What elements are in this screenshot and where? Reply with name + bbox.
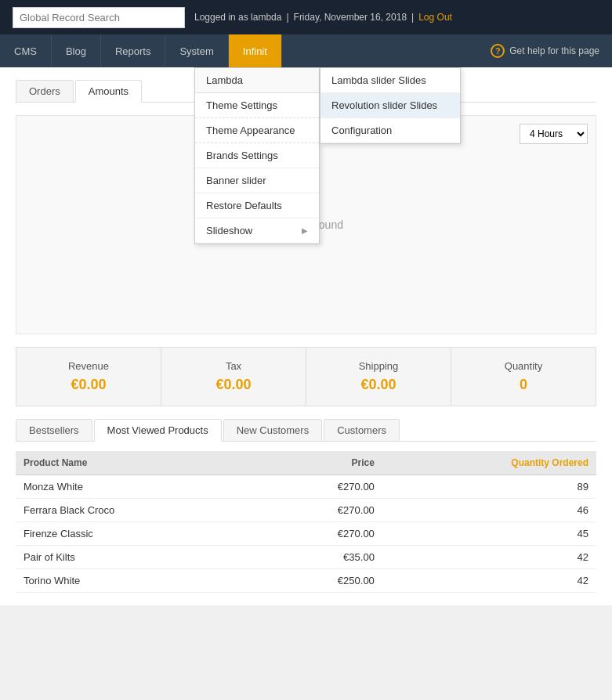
menu-item-theme-settings[interactable]: Theme Settings	[195, 93, 319, 118]
stat-tax: Tax €0.00	[161, 348, 306, 406]
stat-shipping-label: Shipping	[316, 360, 441, 372]
cell-price: €270.00	[262, 475, 382, 499]
stat-tax-label: Tax	[171, 360, 296, 372]
cell-quantity: 46	[382, 499, 596, 522]
stat-revenue-value: €0.00	[26, 377, 151, 393]
lambda-dropdown: Lambda Theme Settings Theme Appearance B…	[194, 67, 320, 244]
stat-tax-value: €0.00	[171, 377, 296, 393]
global-search-input[interactable]	[13, 7, 185, 28]
table-row: Torino White €250.00 42	[16, 569, 596, 593]
dropdown-container: Lambda Theme Settings Theme Appearance B…	[194, 67, 320, 244]
menu-item-banner-slider[interactable]: Banner slider	[195, 168, 319, 193]
stats-row: Revenue €0.00 Tax €0.00 Shipping €0.00 Q…	[16, 347, 596, 406]
navbar-item-reports[interactable]: Reports	[101, 34, 166, 67]
cell-price: €270.00	[262, 522, 382, 546]
navbar-item-system[interactable]: System	[165, 34, 228, 67]
date-text: Friday, November 16, 2018	[294, 12, 407, 23]
separator1: |	[286, 12, 288, 23]
bottom-tabs: Bestsellers Most Viewed Products New Cus…	[16, 419, 596, 442]
cell-product-name: Firenze Classic	[16, 522, 262, 546]
menu-item-theme-appearance[interactable]: Theme Appearance	[195, 118, 319, 143]
stat-revenue-label: Revenue	[26, 360, 151, 372]
cell-quantity: 45	[382, 522, 596, 546]
logout-link[interactable]: Log Out	[418, 12, 452, 23]
tab-amounts[interactable]: Amounts	[75, 80, 142, 103]
col-header-product-name: Product Name	[16, 451, 262, 475]
chart-time-select[interactable]: 4 Hours 24 Hours 7 Days 30 Days	[520, 124, 588, 144]
navbar: CMS Blog Reports System Infinit Lambda T…	[0, 34, 612, 67]
table-header-row: Product Name Price Quantity Ordered	[16, 451, 596, 475]
slideshow-submenu: Lambda slider Slides Revolution slider S…	[320, 67, 461, 144]
table-row: Firenze Classic €270.00 45	[16, 522, 596, 546]
cell-price: €35.00	[262, 546, 382, 569]
stat-quantity-label: Quantity	[461, 360, 586, 372]
stat-shipping-value: €0.00	[316, 377, 441, 393]
cell-quantity: 42	[382, 569, 596, 593]
navbar-item-cms[interactable]: CMS	[0, 34, 52, 67]
cell-quantity: 42	[382, 546, 596, 569]
submenu-item-configuration[interactable]: Configuration	[320, 118, 460, 143]
tab-new-customers[interactable]: New Customers	[223, 419, 322, 441]
menu-item-slideshow[interactable]: Slideshow	[195, 218, 319, 244]
cell-price: €250.00	[262, 569, 382, 593]
topbar-info: Logged in as lambda | Friday, November 1…	[194, 12, 599, 23]
cell-price: €270.00	[262, 499, 382, 522]
cell-product-name: Torino White	[16, 569, 262, 593]
submenu-item-lambda-slider-slides[interactable]: Lambda slider Slides	[320, 68, 460, 93]
tab-most-viewed[interactable]: Most Viewed Products	[94, 419, 222, 442]
product-table: Product Name Price Quantity Ordered Monz…	[16, 451, 596, 593]
topbar: Logged in as lambda | Friday, November 1…	[0, 0, 612, 34]
navbar-help[interactable]: ? Get help for this page	[478, 34, 612, 67]
stat-quantity-value: 0	[461, 377, 586, 393]
cell-product-name: Monza White	[16, 475, 262, 499]
cell-product-name: Pair of Kilts	[16, 546, 262, 569]
table-row: Monza White €270.00 89	[16, 475, 596, 499]
table-row: Pair of Kilts €35.00 42	[16, 546, 596, 569]
navbar-item-infinit[interactable]: Infinit	[229, 34, 282, 67]
tab-bestsellers[interactable]: Bestsellers	[16, 419, 92, 441]
menu-item-brands-settings[interactable]: Brands Settings	[195, 143, 319, 168]
navbar-item-blog[interactable]: Blog	[52, 34, 101, 67]
stat-shipping: Shipping €0.00	[306, 348, 451, 406]
tab-orders[interactable]: Orders	[16, 80, 74, 102]
lambda-dropdown-header: Lambda	[195, 68, 319, 93]
help-icon: ?	[491, 44, 505, 58]
stat-quantity: Quantity 0	[451, 348, 596, 406]
help-label: Get help for this page	[509, 45, 599, 56]
col-header-price: Price	[262, 451, 382, 475]
col-header-quantity-ordered: Quantity Ordered	[382, 451, 596, 475]
cell-product-name: Ferrara Black Croco	[16, 499, 262, 522]
cell-quantity: 89	[382, 475, 596, 499]
separator2: |	[411, 12, 414, 23]
stat-revenue: Revenue €0.00	[16, 348, 161, 406]
submenu-item-revolution-slider-slides[interactable]: Revolution slider Slides	[320, 93, 460, 118]
logged-in-text: Logged in as lambda	[194, 12, 281, 23]
table-row: Ferrara Black Croco €270.00 46	[16, 499, 596, 522]
menu-item-restore-defaults[interactable]: Restore Defaults	[195, 193, 319, 218]
tab-customers[interactable]: Customers	[324, 419, 400, 441]
